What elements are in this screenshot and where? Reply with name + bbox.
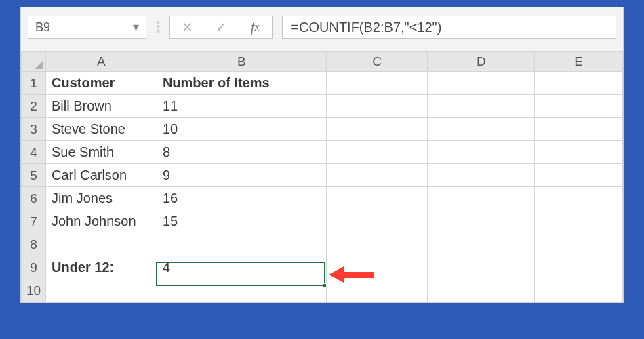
cell-E6[interactable] (535, 187, 623, 210)
col-header-A[interactable]: A (45, 52, 157, 72)
cell-B1[interactable]: Number of Items (157, 72, 326, 95)
cell-B7[interactable]: 15 (157, 210, 326, 233)
cell-C8[interactable] (326, 233, 428, 256)
spreadsheet-grid[interactable]: A B C D E 1 Customer Number of Items 2 B… (21, 51, 623, 302)
formula-bar: B9 ▾ ••• ✕ ✓ fx =COUNTIF(B2:B7,"<12") (21, 7, 623, 51)
cell-E1[interactable] (535, 72, 623, 95)
confirm-icon[interactable]: ✓ (204, 16, 238, 38)
row-header-9[interactable]: 9 (22, 256, 46, 279)
table-row: 2 Bill Brown 11 (22, 95, 623, 118)
formula-toolbar: ✕ ✓ fx (169, 16, 273, 39)
cell-B4[interactable]: 8 (157, 141, 326, 164)
cell-D10[interactable] (428, 279, 535, 302)
cell-A8[interactable] (45, 233, 157, 256)
cell-A5[interactable]: Carl Carlson (45, 164, 157, 187)
row-header-7[interactable]: 7 (22, 210, 46, 233)
cell-E4[interactable] (535, 141, 623, 164)
table-row: 6 Jim Jones 16 (22, 187, 623, 210)
cell-A3[interactable]: Steve Stone (45, 118, 157, 141)
table-row: 1 Customer Number of Items (22, 72, 623, 95)
row-header-2[interactable]: 2 (22, 95, 46, 118)
cell-E3[interactable] (535, 118, 623, 141)
row-header-8[interactable]: 8 (22, 233, 46, 256)
formula-text: =COUNTIF(B2:B7,"<12") (291, 20, 441, 35)
cell-B10[interactable] (157, 279, 326, 302)
table-row: 10 (22, 279, 623, 302)
row-header-3[interactable]: 3 (22, 118, 46, 141)
cell-E9[interactable] (535, 256, 623, 279)
cell-C2[interactable] (326, 95, 428, 118)
divider-icon: ••• (156, 21, 160, 33)
cell-C6[interactable] (326, 187, 428, 210)
cell-A4[interactable]: Sue Smith (45, 141, 157, 164)
cell-C4[interactable] (326, 141, 428, 164)
cell-D9[interactable] (428, 256, 535, 279)
col-header-D[interactable]: D (428, 52, 535, 72)
arrow-indicator-icon (329, 266, 374, 283)
select-all-corner[interactable] (22, 52, 46, 72)
cell-D6[interactable] (428, 187, 535, 210)
col-header-E[interactable]: E (535, 52, 623, 72)
cell-E8[interactable] (535, 233, 623, 256)
chevron-down-icon[interactable]: ▾ (133, 20, 139, 35)
row-header-5[interactable]: 5 (22, 164, 46, 187)
table-row: 4 Sue Smith 8 (22, 141, 623, 164)
cell-C3[interactable] (326, 118, 428, 141)
excel-window: B9 ▾ ••• ✕ ✓ fx =COUNTIF(B2:B7,"<12") A … (20, 7, 624, 303)
cell-E10[interactable] (535, 279, 623, 302)
cell-C7[interactable] (326, 210, 428, 233)
cell-D3[interactable] (428, 118, 535, 141)
row-header-10[interactable]: 10 (22, 279, 46, 302)
cell-A9[interactable]: Under 12: (45, 256, 157, 279)
cell-A6[interactable]: Jim Jones (45, 187, 157, 210)
cell-E2[interactable] (535, 95, 623, 118)
name-box[interactable]: B9 ▾ (28, 16, 146, 39)
row-header-1[interactable]: 1 (22, 72, 46, 95)
col-header-B[interactable]: B (157, 52, 326, 72)
table-row: 3 Steve Stone 10 (22, 118, 623, 141)
table-row: 8 (22, 233, 623, 256)
fx-icon[interactable]: fx (238, 16, 272, 38)
cell-A7[interactable]: John Johnson (45, 210, 157, 233)
row-header-6[interactable]: 6 (22, 187, 46, 210)
row-header-4[interactable]: 4 (22, 141, 46, 164)
formula-input[interactable]: =COUNTIF(B2:B7,"<12") (282, 16, 616, 39)
cell-C1[interactable] (326, 72, 428, 95)
name-box-value: B9 (35, 20, 50, 35)
cell-D1[interactable] (428, 72, 535, 95)
table-row: 9 Under 12: 4 (22, 256, 623, 279)
cell-D2[interactable] (428, 95, 535, 118)
col-header-C[interactable]: C (326, 52, 428, 72)
cell-E5[interactable] (535, 164, 623, 187)
cell-A1[interactable]: Customer (45, 72, 157, 95)
cell-B5[interactable]: 9 (157, 164, 326, 187)
cell-B6[interactable]: 16 (157, 187, 326, 210)
cell-A2[interactable]: Bill Brown (45, 95, 157, 118)
cell-B9[interactable]: 4 (157, 256, 326, 279)
cell-B3[interactable]: 10 (157, 118, 326, 141)
table-row: 7 John Johnson 15 (22, 210, 623, 233)
cell-A10[interactable] (45, 279, 157, 302)
table-row: 5 Carl Carlson 9 (22, 164, 623, 187)
cell-B2[interactable]: 11 (157, 95, 326, 118)
cell-E7[interactable] (535, 210, 623, 233)
cell-C5[interactable] (326, 164, 428, 187)
cell-D7[interactable] (428, 210, 535, 233)
cell-D5[interactable] (428, 164, 535, 187)
cell-B8[interactable] (157, 233, 326, 256)
cell-D8[interactable] (428, 233, 535, 256)
cell-D4[interactable] (428, 141, 535, 164)
cancel-icon[interactable]: ✕ (170, 16, 204, 38)
